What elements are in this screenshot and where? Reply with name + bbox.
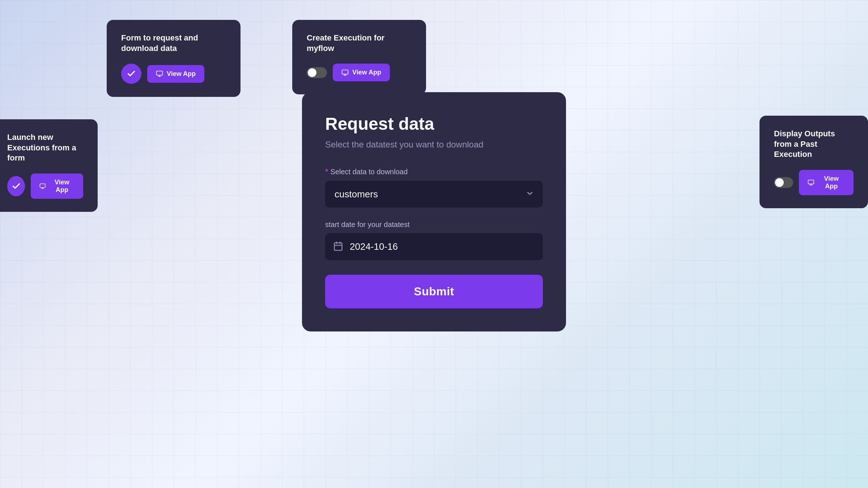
select-label: * Select data to download bbox=[325, 167, 543, 176]
required-star: * bbox=[325, 167, 328, 176]
card-bottom-right-actions: View App bbox=[774, 170, 854, 195]
select-wrapper: customers orders products invoices bbox=[325, 181, 543, 207]
toggle-check-top-left[interactable] bbox=[121, 64, 141, 84]
card-bottom-right: Display Outputs from a Past Execution Vi… bbox=[760, 116, 868, 208]
date-label: start date for your datatest bbox=[325, 221, 543, 229]
card-top-left-actions: View App bbox=[121, 64, 226, 84]
toggle-top-right[interactable] bbox=[307, 67, 327, 78]
toggle-bottom-right[interactable] bbox=[774, 177, 793, 188]
modal-title: Request data bbox=[325, 114, 543, 134]
select-field-group: * Select data to download customers orde… bbox=[325, 167, 543, 207]
date-field-group: start date for your datatest bbox=[325, 221, 543, 260]
view-app-button-top-right[interactable]: View App bbox=[333, 64, 390, 81]
card-bottom-left-actions: View App bbox=[7, 174, 83, 199]
view-app-button-top-left[interactable]: View App bbox=[147, 65, 204, 83]
toggle-knob-top-right bbox=[308, 68, 316, 77]
modal-subtitle: Select the datatest you want to download bbox=[325, 140, 543, 150]
card-top-right-actions: View App bbox=[307, 64, 412, 81]
date-input[interactable] bbox=[325, 233, 543, 260]
card-top-left: Form to request and download data View A… bbox=[107, 20, 241, 97]
toggle-knob-bottom-right bbox=[775, 178, 784, 187]
main-modal: Request data Select the datatest you wan… bbox=[302, 92, 566, 331]
date-wrapper bbox=[325, 233, 543, 260]
svg-rect-6 bbox=[40, 184, 45, 187]
card-bottom-right-title: Display Outputs from a Past Execution bbox=[774, 129, 854, 160]
toggle-check-bottom-left[interactable] bbox=[7, 176, 25, 196]
card-top-right: Create Execution for myflow View App bbox=[292, 20, 426, 94]
card-top-right-title: Create Execution for myflow bbox=[307, 33, 412, 53]
view-app-button-bottom-right[interactable]: View App bbox=[799, 170, 854, 195]
card-bottom-left-title: Launch new Executions from a form bbox=[7, 132, 83, 163]
submit-button[interactable]: Submit bbox=[325, 275, 543, 308]
svg-rect-12 bbox=[335, 243, 342, 250]
svg-rect-9 bbox=[808, 180, 814, 184]
svg-rect-0 bbox=[157, 71, 163, 76]
calendar-icon bbox=[333, 241, 343, 253]
svg-rect-3 bbox=[342, 70, 348, 74]
data-select[interactable]: customers orders products invoices bbox=[325, 181, 543, 207]
card-bottom-left: Launch new Executions from a form View A… bbox=[0, 119, 98, 212]
card-top-left-title: Form to request and download data bbox=[121, 33, 226, 53]
view-app-button-bottom-left[interactable]: View App bbox=[31, 174, 83, 199]
